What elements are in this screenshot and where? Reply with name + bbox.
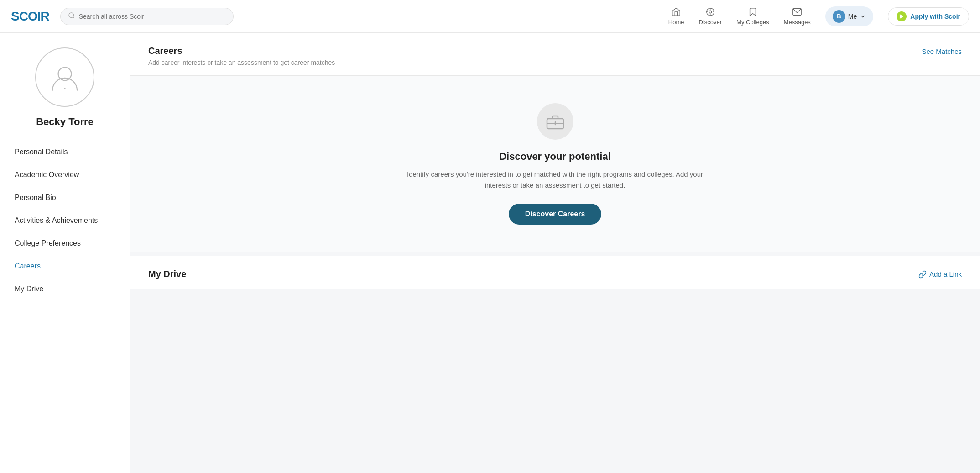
me-dropdown-button[interactable]: B Me	[825, 6, 873, 26]
logo: SCOIR	[11, 9, 49, 24]
main-content: Careers Add career interests or take an …	[130, 33, 980, 473]
chevron-down-icon	[860, 13, 866, 20]
svg-point-3	[709, 11, 712, 13]
add-a-link-button[interactable]: Add a Link	[918, 270, 962, 279]
search-input[interactable]	[79, 13, 226, 20]
user-name: Becky Torre	[27, 116, 103, 128]
add-a-link-label: Add a Link	[929, 270, 962, 278]
sidebar: Becky Torre Personal Details Academic Ov…	[0, 33, 130, 473]
careers-title: Careers	[148, 46, 335, 56]
bookmark-icon	[748, 7, 758, 17]
discover-potential-desc: Identify careers you're interested in to…	[396, 169, 715, 191]
me-avatar: B	[833, 10, 845, 23]
me-label: Me	[848, 13, 857, 20]
link-icon	[918, 270, 927, 279]
nav-my-colleges-label: My Colleges	[736, 19, 769, 26]
briefcase-icon-wrap	[537, 103, 573, 140]
svg-point-0	[69, 13, 74, 18]
search-bar[interactable]	[60, 8, 234, 25]
sidebar-nav: Personal Details Academic Overview Perso…	[0, 141, 130, 300]
discover-icon	[705, 7, 715, 17]
my-drive-section: My Drive Add a Link	[130, 256, 980, 289]
sidebar-item-careers[interactable]: Careers	[0, 255, 130, 278]
nav-messages[interactable]: Messages	[784, 7, 811, 26]
discover-potential-card: Discover your potential Identify careers…	[130, 75, 980, 252]
svg-point-11	[64, 88, 66, 89]
messages-icon	[792, 7, 802, 17]
sidebar-item-activities-achievements[interactable]: Activities & Achievements	[0, 209, 130, 232]
nav-bar: Home Discover My Colleges Mes	[668, 6, 969, 26]
user-avatar	[35, 47, 94, 107]
sidebar-item-college-preferences[interactable]: College Preferences	[0, 232, 130, 255]
nav-discover[interactable]: Discover	[699, 7, 722, 26]
careers-section: Careers Add career interests or take an …	[130, 33, 980, 252]
my-drive-title: My Drive	[148, 269, 186, 279]
home-icon	[671, 7, 681, 17]
search-icon	[68, 12, 75, 21]
nav-my-colleges[interactable]: My Colleges	[736, 7, 769, 26]
discover-careers-button[interactable]: Discover Careers	[509, 204, 602, 225]
apply-icon	[897, 11, 907, 21]
header: SCOIR Home Discover	[0, 0, 980, 33]
careers-subtitle: Add career interests or take an assessme…	[148, 59, 335, 66]
nav-messages-label: Messages	[784, 19, 811, 26]
my-drive-header: My Drive Add a Link	[130, 256, 980, 289]
see-matches-link[interactable]: See Matches	[922, 47, 962, 55]
apply-label: Apply with Scoir	[910, 13, 960, 20]
sidebar-item-personal-bio[interactable]: Personal Bio	[0, 186, 130, 209]
careers-header-text: Careers Add career interests or take an …	[148, 46, 335, 66]
main-layout: Becky Torre Personal Details Academic Ov…	[0, 33, 980, 473]
nav-home-label: Home	[668, 19, 684, 26]
sidebar-item-my-drive[interactable]: My Drive	[0, 278, 130, 300]
careers-header: Careers Add career interests or take an …	[130, 33, 980, 75]
nav-home[interactable]: Home	[668, 7, 684, 26]
svg-line-1	[73, 17, 74, 18]
nav-discover-label: Discover	[699, 19, 722, 26]
sidebar-item-academic-overview[interactable]: Academic Overview	[0, 163, 130, 186]
briefcase-icon	[546, 113, 564, 130]
apply-with-scoir-button[interactable]: Apply with Scoir	[888, 7, 969, 26]
discover-potential-title: Discover your potential	[499, 151, 611, 163]
svg-marker-9	[900, 14, 903, 19]
sidebar-item-personal-details[interactable]: Personal Details	[0, 141, 130, 163]
